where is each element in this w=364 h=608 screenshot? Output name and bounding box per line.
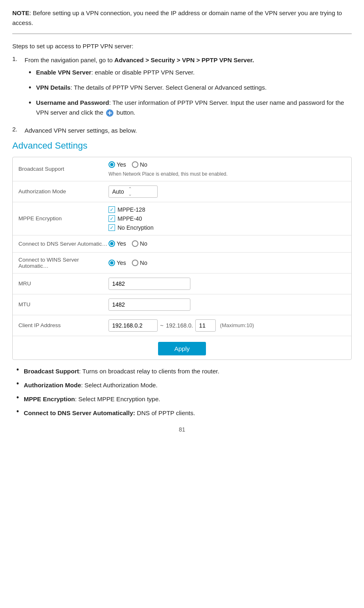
label-dns: Connect to DNS Server Automatic…	[18, 241, 109, 247]
bottom-bullet-broadcast: • Broadcast Support: Turns on broadcast …	[16, 366, 352, 376]
radio-no-label-wins: No	[140, 260, 147, 266]
row-auth: Authorization Mode Auto ⌃⌄	[13, 181, 351, 202]
row-mru: MRU	[13, 273, 351, 294]
bullet-dot-2: •	[29, 82, 36, 94]
radio-dns-no[interactable]: No	[132, 240, 147, 247]
control-wins: Yes No	[109, 260, 346, 266]
radio-empty-dns-no	[132, 240, 138, 247]
advanced-settings-title: Advanced Settings	[12, 140, 352, 151]
radio-filled-dns-yes	[109, 240, 115, 247]
bullet-username-text: Username and Password: The user informat…	[36, 98, 352, 118]
bottom-bullet-dns: • Connect to DNS Server Automatically: D…	[16, 408, 352, 418]
step-content-1: From the navigation panel, go to Advance…	[25, 55, 352, 122]
vpn-details-bold: VPN Details	[36, 84, 70, 91]
row-dns: Connect to DNS Server Automatic… Yes No	[13, 235, 351, 253]
control-dns: Yes No	[109, 240, 346, 247]
checkbox-no-encryption[interactable]: No Encryption	[109, 224, 154, 231]
checkbox-checked-mppe128	[109, 206, 115, 213]
radio-broadcast-no[interactable]: No	[132, 161, 147, 168]
row-client-ip: Client IP Address ~ 192.168.0. (Maximum:…	[13, 315, 351, 336]
row-mtu: MTU	[13, 294, 351, 315]
auth-select[interactable]: Auto ⌃⌄	[109, 185, 158, 198]
bullet-dot-b2: •	[16, 380, 24, 388]
bullet-username: • Username and Password: The user inform…	[29, 98, 352, 118]
radio-wins-no[interactable]: No	[132, 260, 147, 266]
label-auth: Authorization Mode	[18, 188, 109, 194]
bottom-rest-mppe: : Select MPPE Encryption type.	[75, 396, 160, 402]
radio-wins-yes[interactable]: Yes	[109, 260, 126, 266]
bottom-bold-auth: Authorization Mode	[24, 382, 81, 389]
step-content-2: Advanced VPN server settings, as below.	[25, 126, 352, 136]
bottom-bold-mppe: MPPE Encryption	[24, 396, 75, 402]
bottom-bold-dns: Connect to DNS Server Automatically:	[24, 409, 135, 416]
ip-suffix-input[interactable]	[195, 319, 216, 332]
step-number-2: 2.	[12, 126, 25, 133]
checkbox-no-enc-label: No Encryption	[118, 224, 154, 231]
radio-group-broadcast: Yes No	[109, 161, 147, 168]
step1-bullets: • Enable VPN Server: enable or disable P…	[25, 68, 352, 118]
bullet-dot-b4: •	[16, 407, 24, 416]
step-item-2: 2. Advanced VPN server settings, as belo…	[12, 126, 352, 136]
bottom-bullet-broadcast-text: Broadcast Support: Turns on broadcast re…	[24, 366, 352, 376]
bullet-vpn-details: • VPN Details: The details of PPTP VPN S…	[29, 83, 352, 94]
steps-list: 1. From the navigation panel, go to Adva…	[12, 55, 352, 136]
bottom-bullet-dns-text: Connect to DNS Server Automatically: DNS…	[24, 408, 352, 418]
checkbox-mppe40[interactable]: MPPE-40	[109, 215, 154, 222]
step-item-1: 1. From the navigation panel, go to Adva…	[12, 55, 352, 122]
radio-no-label-broadcast: No	[140, 161, 147, 168]
add-icon	[106, 109, 113, 117]
bullet-enable-vpn-text: Enable VPN Server: enable or disable PPT…	[36, 68, 352, 77]
enable-vpn-rest: : enable or disable PPTP VPN Server.	[91, 69, 194, 76]
bottom-rest-broadcast: : Turns on broadcast relay to clients fr…	[79, 368, 219, 375]
checkbox-group-mppe: MPPE-128 MPPE-40 No Encryption	[109, 206, 154, 231]
bullet-dot-3: •	[29, 97, 36, 109]
select-arrow-auth: ⌃⌄	[128, 186, 132, 197]
control-mru	[109, 278, 346, 290]
ip-row: ~ 192.168.0. (Maximum:10)	[109, 319, 254, 332]
radio-no-label-dns: No	[140, 240, 147, 247]
control-client-ip: ~ 192.168.0. (Maximum:10)	[109, 319, 346, 332]
bottom-bullet-mppe-text: MPPE Encryption: Select MPPE Encryption …	[24, 394, 352, 404]
radio-filled-wins-yes	[109, 260, 115, 266]
control-broadcast: Yes No When Network Place is enabled, th…	[109, 161, 346, 177]
step1-text-before: From the navigation panel, go to	[25, 57, 114, 63]
radio-broadcast-yes[interactable]: Yes	[109, 161, 126, 168]
apply-row: Apply	[13, 336, 351, 359]
radio-empty-wins-no	[132, 260, 138, 266]
bottom-bold-broadcast: Broadcast Support	[24, 368, 79, 375]
note-block: NOTE: Before setting up a VPN connection…	[12, 8, 352, 34]
label-client-ip: Client IP Address	[18, 322, 109, 328]
control-mtu	[109, 298, 346, 311]
radio-yes-label-dns: Yes	[117, 240, 126, 247]
intro-text: Steps to set up access to PPTP VPN serve…	[12, 41, 352, 51]
checkbox-mppe128-label: MPPE-128	[118, 206, 145, 213]
auth-select-value: Auto	[112, 188, 124, 195]
bullet-dot: •	[29, 67, 36, 79]
bullet-enable-vpn: • Enable VPN Server: enable or disable P…	[29, 68, 352, 79]
checkbox-checked-no-enc	[109, 224, 115, 231]
checkbox-mppe40-label: MPPE-40	[118, 215, 142, 222]
radio-yes-label-broadcast: Yes	[117, 161, 126, 168]
mru-input[interactable]	[109, 278, 190, 290]
bullet-dot-b1: •	[16, 366, 24, 374]
username-icon-text: button.	[117, 109, 136, 116]
bottom-bullet-auth: • Authorization Mode: Select Authorizati…	[16, 380, 352, 390]
bullet-dot-b3: •	[16, 393, 24, 402]
page-number: 81	[12, 426, 352, 433]
bottom-bullet-mppe: • MPPE Encryption: Select MPPE Encryptio…	[16, 394, 352, 404]
bottom-rest-dns: DNS of PPTP clients.	[135, 409, 195, 416]
radio-yes-label-wins: Yes	[117, 260, 126, 266]
apply-button[interactable]: Apply	[158, 342, 206, 355]
ip-sep: ~	[160, 322, 163, 329]
note-prefix: NOTE	[12, 9, 29, 16]
label-broadcast: Broadcast Support	[18, 166, 109, 172]
control-auth: Auto ⌃⌄	[109, 185, 346, 198]
checkbox-mppe128[interactable]: MPPE-128	[109, 206, 154, 213]
ip-value-input[interactable]	[109, 319, 158, 332]
mtu-input[interactable]	[109, 298, 190, 311]
bottom-rest-auth: : Select Authorization Mode.	[81, 382, 158, 389]
radio-dns-yes[interactable]: Yes	[109, 240, 126, 247]
label-mru: MRU	[18, 280, 109, 287]
radio-filled-broadcast-yes	[109, 161, 115, 168]
broadcast-hint: When Network Place is enabled, this must…	[109, 171, 346, 177]
